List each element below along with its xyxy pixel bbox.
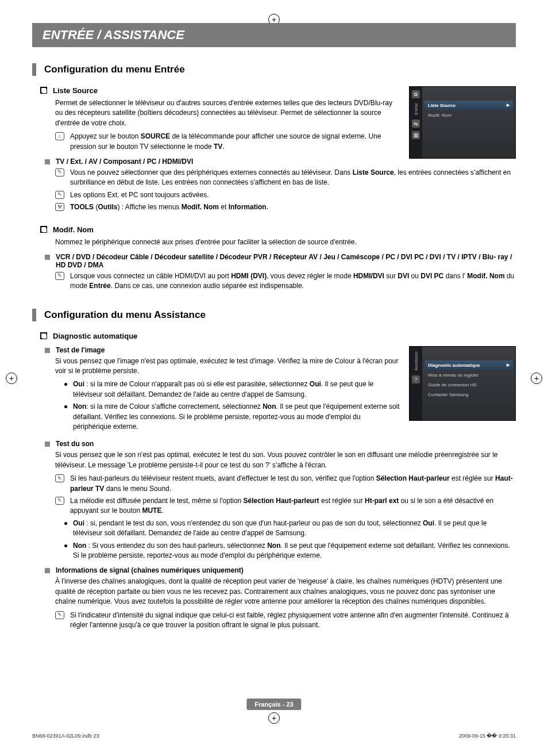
heading-accent-bar <box>32 63 36 76</box>
remote-button-icon: ⌂ <box>55 132 64 140</box>
heading-config-assistance: Configuration du menu Assistance <box>32 309 516 321</box>
text-bold: Entrée <box>89 282 110 290</box>
footer-filename: BN68-02391A-02L09.indb 23 <box>32 733 99 739</box>
text: et <box>219 203 229 211</box>
text-bold: Oui <box>73 519 84 527</box>
checkbox-icon <box>40 87 47 94</box>
paragraph: Si vous pensez que le son n'est pas opti… <box>32 450 516 470</box>
text-bold: Non <box>73 402 86 410</box>
osd-tab-label: Assistance <box>414 351 418 371</box>
text-bold: Sélection Haut-parleur <box>376 474 450 482</box>
bullet-oui: Oui : si, pendant le test du son, vous n… <box>32 519 516 539</box>
text-bold: Oui <box>423 519 434 527</box>
sub-item-test-son: Test du son <box>32 440 516 448</box>
text-bold: DVI <box>398 272 409 280</box>
sub-item-text: Informations de signal (chaînes numériqu… <box>56 566 244 574</box>
text: Les options Ext. et PC sont toujours act… <box>70 190 209 200</box>
text: Vous ne pouvez sélectionner que des péri… <box>70 168 353 176</box>
text-bold: SOURCE <box>141 132 170 140</box>
text-bold: Oui <box>310 380 321 388</box>
heading-config-entree: Configuration du menu Entrée <box>32 63 516 76</box>
bullet-icon <box>64 522 67 525</box>
note-row: ✎ Les options Ext. et PC sont toujours a… <box>32 190 516 200</box>
bullet-icon <box>64 544 67 547</box>
tools-icon: ⚒ <box>55 203 64 211</box>
sub-item-text: Test du son <box>56 440 94 448</box>
osd-item-upgrade[interactable]: Mise à niveau du logiciel <box>424 370 513 380</box>
text: dans le menu Sound. <box>104 485 171 493</box>
subheading-diagnostic: Diagnostic automatique <box>32 332 516 340</box>
text: , vous devez régler le mode <box>267 272 353 280</box>
text: est réglée sur <box>319 497 365 505</box>
text: : si la mire de Colour s'affiche correct… <box>86 402 263 410</box>
subheading-liste-source: Liste Source <box>32 86 400 95</box>
text: dans l' <box>443 272 467 280</box>
note-icon: ✎ <box>55 474 64 482</box>
note-icon: ✎ <box>55 272 64 280</box>
bullet-non: Non: si la mire de Colour s'affiche corr… <box>32 402 400 432</box>
bullet-icon <box>64 383 67 386</box>
subheading-text: Diagnostic automatique <box>53 332 137 340</box>
note-row: ✎ Vous ne pouvez sélectionner que des pé… <box>32 168 516 188</box>
sub-item-text: TV / Ext. / AV / Composant / PC / HDMI/D… <box>56 158 193 166</box>
registration-mark-bottom <box>268 712 280 724</box>
square-bullet-icon <box>45 255 50 260</box>
note-row: ⌂ Appuyez sur le bouton SOURCE de la tél… <box>32 132 400 152</box>
text-bold: Modif. Nom <box>182 203 219 211</box>
osd-tab-label: Entrée <box>414 103 418 115</box>
text: La mélodie est diffusée pendant le test,… <box>70 497 244 505</box>
subheading-modif-nom: Modif. Nom <box>32 225 516 234</box>
text-bold: Liste Source <box>353 168 394 176</box>
text: sur <box>384 272 398 280</box>
note-icon: ✎ <box>55 611 64 619</box>
text-bold: Sélection Haut-parleurt <box>244 497 319 505</box>
question-icon: ? <box>412 375 420 383</box>
gear-icon: ✿ <box>412 90 420 98</box>
bullet-oui: Oui : si la mire de Colour n'apparaît pa… <box>32 379 400 400</box>
text-bold: Non <box>73 542 86 550</box>
sub-item-text: VCR / DVD / Décodeur Câble / Décodeur sa… <box>56 253 516 269</box>
note-icon: ✎ <box>55 191 64 199</box>
text-bold: HDMI/DVI <box>353 272 384 280</box>
text: . <box>161 506 163 515</box>
text: . Dans ce cas, une connexion audio sépar… <box>111 282 304 290</box>
sub-item-text: Test de l'image <box>56 346 105 354</box>
text: ) : Affiche les menus <box>117 203 181 211</box>
sub-item-device-list: VCR / DVD / Décodeur Câble / Décodeur sa… <box>32 253 516 269</box>
osd-menu-entree: ✿ Entrée ⇆ ▦ Liste Source Modif. Nom <box>409 86 516 159</box>
bullet-icon <box>64 405 67 408</box>
note-row: ✎ Lorsque vous connectez un câble HDMI/D… <box>32 271 516 291</box>
text: Appuyez sur le bouton <box>70 132 141 140</box>
text-bold: HDMI (DVI) <box>231 272 267 280</box>
heading-accent-bar <box>32 309 36 321</box>
footer-timestamp: 2009-09-15 �� 9:20:31 <box>459 733 516 739</box>
text-bold: TV <box>214 143 222 151</box>
text-bold: Ht-parl ext <box>365 497 399 505</box>
note-row: ✎ La mélodie est diffusée pendant le tes… <box>32 496 516 516</box>
input-icon: ⇆ <box>412 120 420 128</box>
osd-item-liste-source[interactable]: Liste Source <box>424 101 513 110</box>
text-bold: MUTE <box>142 506 161 515</box>
sub-item-test-image: Test de l'image <box>32 346 400 354</box>
note-row: ✎ Si l'indicateur d'intensité du signal … <box>32 611 516 631</box>
osd-item-hdguide[interactable]: Guide de connexion HD <box>424 380 513 390</box>
text: . <box>267 203 268 211</box>
text-bold: Oui <box>73 380 84 388</box>
square-bullet-icon <box>45 568 50 573</box>
osd-item-modif-nom[interactable]: Modif. Nom <box>424 110 513 120</box>
osd-item-diagnostic[interactable]: Diagnostic automatique <box>424 360 513 370</box>
checkbox-icon <box>40 226 47 233</box>
app-icon: ▦ <box>412 131 420 139</box>
text: Si les haut-parleurs du téléviseur reste… <box>70 474 376 482</box>
text: ou <box>409 272 420 280</box>
text: : Si vous entendez du son des haut-parle… <box>86 542 267 550</box>
osd-item-contact[interactable]: Contacter Samsung <box>424 390 513 400</box>
sub-item-info-signal: Informations de signal (chaînes numériqu… <box>32 566 516 574</box>
bullet-non: Non : Si vous entendez du son des haut-p… <box>32 541 516 561</box>
square-bullet-icon <box>45 348 50 353</box>
square-bullet-icon <box>45 159 50 164</box>
text-bold: Modif. Nom <box>467 272 504 280</box>
note-icon: ✎ <box>55 168 64 176</box>
text-bold: Information <box>229 203 267 211</box>
text: Si l'indicateur d'intensité du signal in… <box>70 611 516 631</box>
